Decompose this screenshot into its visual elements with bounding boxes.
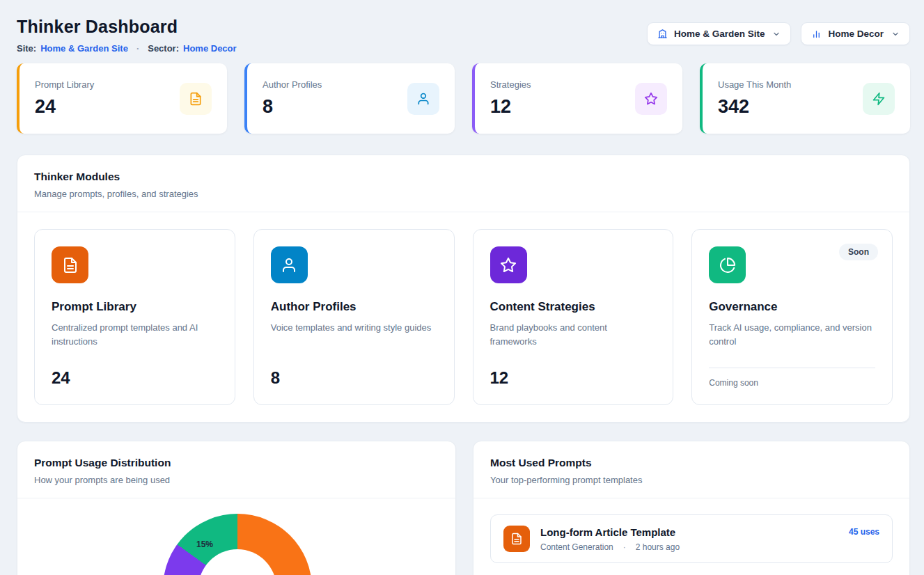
separator-dot: ·: [623, 542, 626, 552]
sector-link[interactable]: Home Decor: [183, 43, 237, 54]
stat-card-prompt-library: Prompt Library 24: [17, 63, 227, 134]
bottom-row: Prompt Usage Distribution How your promp…: [17, 441, 910, 575]
modules-title: Thinker Modules: [34, 171, 893, 183]
site-selector-dropdown[interactable]: Home & Garden Site: [647, 22, 792, 45]
stat-card-strategies: Strategies 12: [472, 63, 682, 134]
file-text-icon: [503, 526, 530, 552]
separator-dot: ·: [136, 43, 139, 54]
prompt-list: Long-form Article Template Content Gener…: [473, 498, 909, 575]
user-icon: [407, 83, 439, 115]
usage-distribution-card: Prompt Usage Distribution How your promp…: [17, 441, 456, 575]
user-icon: [271, 246, 308, 283]
building-icon: [657, 29, 668, 39]
module-title: Governance: [709, 300, 875, 314]
stat-value: 342: [718, 96, 791, 118]
pie-chart-icon: [709, 246, 746, 283]
module-description: Track AI usage, compliance, and version …: [709, 321, 875, 349]
stat-value: 24: [35, 96, 94, 118]
page-title: Thinker Dashboard: [17, 17, 237, 37]
module-title: Prompt Library: [52, 300, 218, 314]
file-text-icon: [52, 246, 88, 283]
site-label: Site:: [17, 43, 36, 54]
prompts-subtitle: Your top-performing prompt templates: [490, 475, 893, 485]
thinker-modules-panel: Thinker Modules Manage prompts, profiles…: [17, 155, 910, 423]
most-used-prompts-card: Most Used Prompts Your top-performing pr…: [473, 441, 910, 575]
prompt-item-meta: Content Generation · 2 hours ago: [540, 542, 838, 552]
stat-label: Usage This Month: [718, 79, 791, 90]
module-card-governance[interactable]: Soon Governance Track AI usage, complian…: [691, 229, 893, 405]
zap-icon: [863, 83, 895, 115]
file-text-icon: [180, 83, 212, 115]
modules-subtitle: Manage prompts, profiles, and strategies: [34, 189, 893, 199]
prompt-item-title: Long-form Article Template: [540, 526, 838, 538]
module-card-prompt-library[interactable]: Prompt Library Centralized prompt templa…: [34, 229, 235, 405]
stat-label: Strategies: [490, 79, 531, 90]
stat-value: 8: [263, 96, 322, 118]
dashboard-page: Thinker Dashboard Site: Home & Garden Si…: [0, 0, 924, 575]
modules-grid: Prompt Library Centralized prompt templa…: [17, 212, 909, 422]
stat-label: Prompt Library: [35, 79, 94, 90]
header-controls: Home & Garden Site Home Decor: [647, 22, 910, 45]
star-icon: [635, 83, 667, 115]
usage-title: Prompt Usage Distribution: [34, 457, 439, 469]
module-count: 24: [52, 368, 218, 388]
coming-soon-label: Coming soon: [709, 368, 875, 388]
soon-badge: Soon: [839, 244, 878, 260]
sector-label: Sector:: [148, 43, 179, 54]
list-item-prompt[interactable]: Long-form Article Template Content Gener…: [490, 514, 893, 563]
usage-subtitle: How your prompts are being used: [34, 475, 439, 485]
module-description: Centralized prompt templates and AI inst…: [52, 321, 218, 349]
prompt-category: Content Generation: [540, 542, 613, 552]
sector-selector-dropdown[interactable]: Home Decor: [801, 22, 910, 45]
page-header: Thinker Dashboard Site: Home & Garden Si…: [17, 17, 910, 54]
site-selector-label: Home & Garden Site: [674, 29, 765, 39]
stat-card-author-profiles: Author Profiles 8: [244, 63, 455, 134]
chevron-down-icon: [772, 30, 781, 38]
module-card-author-profiles[interactable]: Author Profiles Voice templates and writ…: [253, 229, 455, 405]
module-card-content-strategies[interactable]: Content Strategies Brand playbooks and c…: [473, 229, 674, 405]
module-description: Voice templates and writing style guides: [271, 321, 437, 335]
usage-card-header: Prompt Usage Distribution How your promp…: [17, 441, 455, 498]
modules-panel-header: Thinker Modules Manage prompts, profiles…: [17, 155, 909, 212]
donut-segment-label: 15%: [196, 539, 213, 549]
module-title: Content Strategies: [490, 300, 657, 314]
prompts-title: Most Used Prompts: [490, 457, 893, 469]
module-count: 12: [490, 368, 657, 388]
header-left: Thinker Dashboard Site: Home & Garden Si…: [17, 17, 237, 54]
stat-label: Author Profiles: [263, 79, 322, 90]
bar-chart-icon: [811, 29, 822, 39]
prompt-timestamp: 2 hours ago: [636, 542, 680, 552]
chevron-down-icon: [891, 30, 900, 38]
stat-value: 12: [490, 96, 531, 118]
uses-badge: 45 uses: [849, 527, 879, 537]
stat-card-usage: Usage This Month 342: [700, 63, 910, 134]
stats-row: Prompt Library 24 Author Profiles 8 Stra…: [17, 63, 910, 134]
module-title: Author Profiles: [271, 300, 437, 314]
usage-chart-area: 15%: [17, 498, 455, 575]
star-icon: [490, 246, 527, 283]
sector-selector-label: Home Decor: [828, 29, 884, 39]
breadcrumb: Site: Home & Garden Site · Sector: Home …: [17, 43, 237, 54]
prompts-card-header: Most Used Prompts Your top-performing pr…: [473, 441, 909, 498]
usage-donut: [163, 514, 312, 575]
module-description: Brand playbooks and content frameworks: [490, 321, 657, 349]
module-count: 8: [271, 368, 437, 388]
site-link[interactable]: Home & Garden Site: [40, 43, 128, 54]
